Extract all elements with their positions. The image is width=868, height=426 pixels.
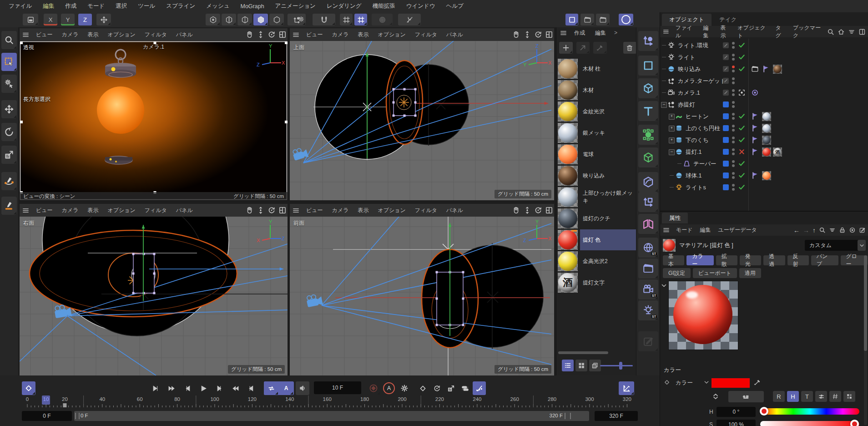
viewport-menu-4[interactable]: フィルタ <box>411 205 441 216</box>
material-item[interactable]: 電球 <box>556 144 636 165</box>
history-back-icon[interactable]: ← <box>793 227 800 234</box>
pan-hand-icon[interactable] <box>246 206 254 214</box>
assign-material-button[interactable] <box>576 42 590 54</box>
key-position-toggle[interactable] <box>416 381 429 395</box>
object-name[interactable]: ライト <box>678 54 695 61</box>
visibility-dot-top[interactable] <box>732 89 735 92</box>
range-end-field[interactable]: 320 F <box>595 411 638 421</box>
attr-focus-icon[interactable] <box>849 227 856 233</box>
spline-primitives-palette[interactable] <box>638 56 658 76</box>
object-row[interactable]: +上のくち円柱 <box>660 122 868 134</box>
pan-hand-icon[interactable] <box>512 30 520 39</box>
preview-collapse-chevron[interactable] <box>661 283 667 289</box>
material-item[interactable]: 提灯のクチ <box>556 208 636 229</box>
viewport-menu-2[interactable]: 表示 <box>353 30 373 40</box>
light-palette[interactable]: ST <box>638 300 658 320</box>
color-mode-h-button[interactable]: H <box>787 391 799 402</box>
material-thumbnail[interactable] <box>558 187 578 207</box>
fcurve-mode-button[interactable] <box>619 381 634 395</box>
visibility-dot-bottom[interactable] <box>732 46 735 49</box>
visibility-dot-top[interactable] <box>732 137 735 139</box>
layer-color-chip[interactable] <box>723 113 729 119</box>
dolly-icon[interactable] <box>523 206 531 214</box>
channel-tab2-0[interactable]: GI設定 <box>663 268 691 278</box>
enabled-check-icon[interactable] <box>738 160 745 167</box>
layer-color-chip[interactable] <box>723 149 729 155</box>
object-name[interactable]: 球体.1 <box>686 172 701 180</box>
move-tool[interactable] <box>1 100 17 118</box>
object-row[interactable]: –赤提灯 <box>660 99 868 111</box>
visibility-dot-top[interactable] <box>732 172 735 175</box>
viewport-menu-4[interactable]: フィルタ <box>141 30 171 40</box>
object-name[interactable]: 上のくち円柱 <box>686 125 720 132</box>
key-pla-toggle[interactable] <box>473 381 486 395</box>
pick-material-button[interactable] <box>593 42 607 54</box>
menubar-item-13[interactable]: ウインドウ <box>401 0 440 12</box>
workplane-gear-icon[interactable] <box>298 16 304 22</box>
viewport-menu-1[interactable]: カメラ <box>58 205 83 216</box>
object-name[interactable]: 提灯.1 <box>686 148 701 156</box>
viewport-menu-3[interactable]: オプション <box>103 205 139 216</box>
mograph-cloner-palette[interactable] <box>638 125 658 145</box>
attr-edit-icon[interactable] <box>859 227 866 233</box>
layer-color-chip[interactable] <box>723 184 729 190</box>
enabled-check-icon[interactable] <box>738 54 745 61</box>
slider-knob-H[interactable] <box>760 407 768 416</box>
mode-edges-button[interactable] <box>222 14 236 25</box>
scrollbar-grip[interactable] <box>565 413 571 419</box>
editor-toggle[interactable] <box>723 78 729 84</box>
layer-color-chip[interactable] <box>723 101 729 107</box>
visibility-dot-top[interactable] <box>732 113 735 116</box>
loop-playback-button[interactable] <box>264 381 278 395</box>
om-menu-0[interactable]: ファイル <box>672 23 700 41</box>
axis-lock-z[interactable]: Z <box>78 14 92 25</box>
maximize-icon[interactable] <box>278 30 287 39</box>
quantize-button[interactable] <box>340 14 353 25</box>
color-mixer-button[interactable] <box>815 391 827 402</box>
channel-tab-4[interactable]: 透過 <box>763 255 785 265</box>
viewport-top[interactable]: ビューカメラ表示オプションフィルタパネル 上面 Z X Y <box>290 28 554 200</box>
transport-gostart-button[interactable] <box>148 381 163 395</box>
visibility-dot-top[interactable] <box>732 125 735 127</box>
orbit-icon[interactable] <box>534 206 542 214</box>
phong-tag-icon[interactable] <box>762 65 770 73</box>
object-row[interactable]: ライトs <box>660 182 868 193</box>
key-parameter-toggle[interactable] <box>459 381 472 395</box>
material-name[interactable]: 提灯文字 <box>580 272 636 293</box>
om-menu-1[interactable]: 編集 <box>700 23 717 41</box>
menubar-item-9[interactable]: MoGraph <box>236 1 269 11</box>
material-preview[interactable] <box>668 281 738 350</box>
scrollbar-grip-left[interactable] <box>75 413 80 419</box>
dolly-icon[interactable] <box>257 206 265 214</box>
menubar-item-3[interactable]: 作成 <box>60 0 81 12</box>
parent-up-icon[interactable]: ↑ <box>812 227 816 234</box>
material-thumbnail[interactable]: 酒 <box>558 273 578 293</box>
viewport-canvas[interactable]: 右面 Y Z Xグリッド間隔 : 50 cm <box>20 217 288 375</box>
visibility-dot-bottom[interactable] <box>732 58 735 61</box>
phong-tag-icon[interactable] <box>751 136 759 144</box>
viewport-canvas[interactable]: 透視 Y X Zカメラ.1長方形選択ビューの変換 : シーングリッド間隔 : 5… <box>20 41 288 200</box>
object-row[interactable]: +下のくち <box>660 134 868 146</box>
object-row[interactable]: 球体.1 <box>660 170 868 182</box>
disabled-x-icon[interactable] <box>738 148 745 155</box>
om-panel-icon[interactable] <box>858 28 866 36</box>
material-name[interactable]: 映り込み <box>580 165 636 186</box>
slider-track-S[interactable] <box>760 421 859 426</box>
enabled-check-icon[interactable] <box>738 113 745 120</box>
layer-color-chip[interactable] <box>723 161 729 167</box>
viewport-menu-0[interactable]: ビュー <box>32 30 57 40</box>
object-name[interactable]: 赤提灯 <box>678 101 695 109</box>
channel-tab-0[interactable]: 基本 <box>663 255 684 265</box>
dynamic-guides-button[interactable] <box>372 14 393 25</box>
channel-tab-5[interactable]: 反射 <box>787 255 809 265</box>
visibility-dot-top[interactable] <box>732 77 735 80</box>
coordinates-palette[interactable] <box>638 31 658 51</box>
om-menu-icon[interactable] <box>663 28 669 35</box>
attr-menu-0[interactable]: モード <box>672 225 696 235</box>
viewport-menu-5[interactable]: パネル <box>442 30 467 40</box>
menubar-item-5[interactable]: 選択 <box>111 0 132 12</box>
phong-tag-icon[interactable] <box>751 124 759 132</box>
preset-dropdown-arrow[interactable] <box>858 240 866 251</box>
menubar-item-10[interactable]: アニメーション <box>270 0 321 12</box>
menubar-item-1[interactable]: ファイル <box>4 0 37 12</box>
